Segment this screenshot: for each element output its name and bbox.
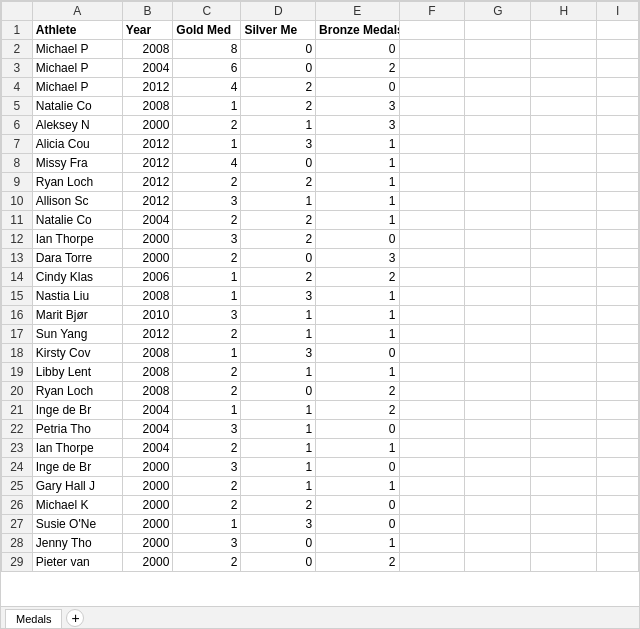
cell-9-A[interactable]: Ryan Loch [32,173,122,192]
cell-21-E[interactable]: 2 [316,401,399,420]
cell-5-D[interactable]: 2 [241,97,316,116]
cell-29-D[interactable]: 0 [241,553,316,572]
cell-12-G[interactable] [465,230,531,249]
cell-7-D[interactable]: 3 [241,135,316,154]
cell-22-E[interactable]: 0 [316,420,399,439]
tab-medals[interactable]: Medals [5,609,62,628]
cell-14-H[interactable] [531,268,597,287]
cell-20-F[interactable] [399,382,465,401]
cell-15-F[interactable] [399,287,465,306]
cell-23-D[interactable]: 1 [241,439,316,458]
col-header-H[interactable]: H [531,2,597,21]
cell-24-A[interactable]: Inge de Br [32,458,122,477]
cell-13-F[interactable] [399,249,465,268]
cell-17-H[interactable] [531,325,597,344]
cell-22-B[interactable]: 2004 [122,420,173,439]
cell-10-H[interactable] [531,192,597,211]
cell-10-B[interactable]: 2012 [122,192,173,211]
cell-10-A[interactable]: Allison Sc [32,192,122,211]
cell-3-F[interactable] [399,59,465,78]
cell-13-H[interactable] [531,249,597,268]
cell-24-H[interactable] [531,458,597,477]
cell-23-B[interactable]: 2004 [122,439,173,458]
cell-6-H[interactable] [531,116,597,135]
cell-10-D[interactable]: 1 [241,192,316,211]
cell-11-C[interactable]: 2 [173,211,241,230]
cell-23-C[interactable]: 2 [173,439,241,458]
cell-2-B[interactable]: 2008 [122,40,173,59]
cell-17-B[interactable]: 2012 [122,325,173,344]
cell-18-H[interactable] [531,344,597,363]
cell-25-F[interactable] [399,477,465,496]
cell-28-H[interactable] [531,534,597,553]
cell-23-I[interactable] [597,439,639,458]
cell-13-A[interactable]: Dara Torre [32,249,122,268]
cell-25-H[interactable] [531,477,597,496]
cell-28-B[interactable]: 2000 [122,534,173,553]
cell-7-E[interactable]: 1 [316,135,399,154]
cell-9-B[interactable]: 2012 [122,173,173,192]
cell-21-D[interactable]: 1 [241,401,316,420]
cell-9-E[interactable]: 1 [316,173,399,192]
cell-22-C[interactable]: 3 [173,420,241,439]
cell-6-F[interactable] [399,116,465,135]
cell-7-G[interactable] [465,135,531,154]
cell-7-C[interactable]: 1 [173,135,241,154]
cell-28-G[interactable] [465,534,531,553]
cell-23-A[interactable]: Ian Thorpe [32,439,122,458]
cell-27-C[interactable]: 1 [173,515,241,534]
cell-11-B[interactable]: 2004 [122,211,173,230]
cell-15-C[interactable]: 1 [173,287,241,306]
cell-20-E[interactable]: 2 [316,382,399,401]
cell-6-B[interactable]: 2000 [122,116,173,135]
cell-5-G[interactable] [465,97,531,116]
cell-26-E[interactable]: 0 [316,496,399,515]
cell-2-G[interactable] [465,40,531,59]
cell-11-D[interactable]: 2 [241,211,316,230]
cell-27-B[interactable]: 2000 [122,515,173,534]
cell-11-G[interactable] [465,211,531,230]
cell-7-I[interactable] [597,135,639,154]
cell-28-E[interactable]: 1 [316,534,399,553]
cell-24-C[interactable]: 3 [173,458,241,477]
cell-29-I[interactable] [597,553,639,572]
cell-5-F[interactable] [399,97,465,116]
cell-11-A[interactable]: Natalie Co [32,211,122,230]
cell-2-A[interactable]: Michael P [32,40,122,59]
col-header-G[interactable]: G [465,2,531,21]
cell-21-H[interactable] [531,401,597,420]
col-header-A[interactable]: A [32,2,122,21]
cell-2-C[interactable]: 8 [173,40,241,59]
cell-14-A[interactable]: Cindy Klas [32,268,122,287]
cell-6-D[interactable]: 1 [241,116,316,135]
cell-21-A[interactable]: Inge de Br [32,401,122,420]
cell-29-F[interactable] [399,553,465,572]
cell-3-G[interactable] [465,59,531,78]
cell-28-A[interactable]: Jenny Tho [32,534,122,553]
cell-28-D[interactable]: 0 [241,534,316,553]
cell-23-G[interactable] [465,439,531,458]
cell-25-E[interactable]: 1 [316,477,399,496]
cell-16-E[interactable]: 1 [316,306,399,325]
cell-7-H[interactable] [531,135,597,154]
cell-12-H[interactable] [531,230,597,249]
cell-7-F[interactable] [399,135,465,154]
cell-23-F[interactable] [399,439,465,458]
cell-18-A[interactable]: Kirsty Cov [32,344,122,363]
cell-17-D[interactable]: 1 [241,325,316,344]
cell-22-D[interactable]: 1 [241,420,316,439]
cell-20-D[interactable]: 0 [241,382,316,401]
cell-26-A[interactable]: Michael K [32,496,122,515]
cell-21-I[interactable] [597,401,639,420]
cell-25-D[interactable]: 1 [241,477,316,496]
cell-24-F[interactable] [399,458,465,477]
cell-26-F[interactable] [399,496,465,515]
cell-20-H[interactable] [531,382,597,401]
cell-28-F[interactable] [399,534,465,553]
cell-24-B[interactable]: 2000 [122,458,173,477]
cell-15-E[interactable]: 1 [316,287,399,306]
cell-7-B[interactable]: 2012 [122,135,173,154]
cell-14-B[interactable]: 2006 [122,268,173,287]
cell-1-D[interactable]: Silver Me [241,21,316,40]
cell-19-I[interactable] [597,363,639,382]
